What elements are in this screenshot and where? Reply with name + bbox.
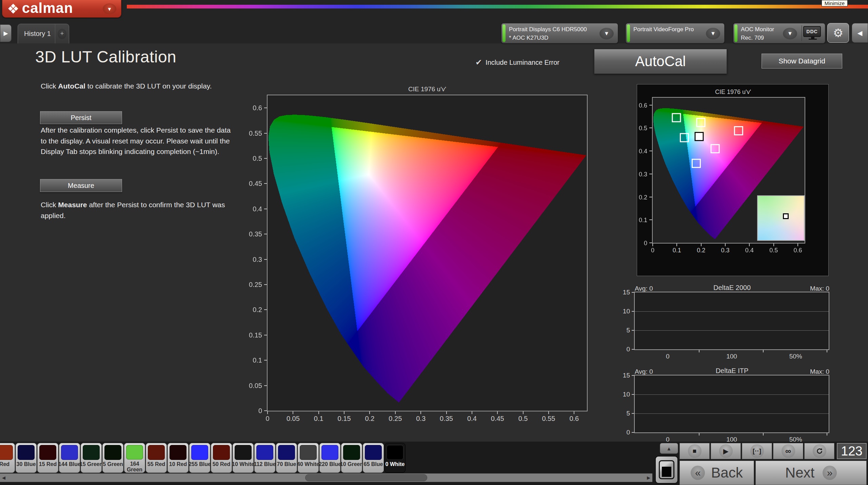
patch-tile[interactable]: 255 Blue (189, 443, 210, 473)
source-dropdown[interactable]: Portrait VideoForge Pro ▼ (626, 23, 725, 43)
patch-scrollbar-thumb[interactable] (305, 474, 427, 481)
patch-tile[interactable]: 0 White (384, 443, 406, 473)
patch-color-swatch (39, 445, 56, 460)
y-tick-label: 15 (623, 372, 630, 379)
patch-scroll-right-button[interactable]: ▶ (645, 473, 652, 482)
patch-tile[interactable]: 40 White (298, 443, 319, 473)
autocal-button[interactable]: AutoCal (594, 49, 727, 74)
patch-tile[interactable]: 15 Green (81, 443, 102, 473)
patch-label: 15 Red (39, 461, 57, 467)
loop-button[interactable] (804, 443, 834, 459)
y-tick-label: 0.5 (253, 155, 262, 162)
stop-button[interactable]: ■ (679, 443, 710, 459)
deltae-2000-chart: 051015010050% (634, 292, 829, 350)
include-luminance-checkbox[interactable]: ✔ Include Luminance Error (475, 58, 559, 67)
patch-label: 10 White (232, 461, 254, 467)
y-tick-label: 0.4 (639, 148, 647, 155)
patch-tile[interactable]: 112 Blue (254, 443, 275, 473)
x-axis-label: 100 (726, 353, 737, 360)
y-tick-label: 15 (623, 289, 630, 296)
patch-tile[interactable]: 70 Blue (276, 443, 297, 473)
minimize-tooltip: Minimize (822, 0, 848, 6)
next-button[interactable]: Next » (755, 461, 867, 485)
arrow-left-icon: ◀ (857, 29, 863, 37)
display-dropdown[interactable]: AOC Monitor Rec. 709 ▼ DDC (733, 23, 825, 43)
patch-tile[interactable]: 55 Red (146, 443, 167, 473)
workflow-expand-button[interactable]: ▶ (0, 24, 12, 42)
continuous-read-button[interactable]: ∞ (773, 443, 803, 459)
back-button[interactable]: « Back (679, 461, 754, 485)
patch-tile[interactable]: 220 Blue (319, 443, 340, 473)
panel-collapse-button[interactable]: ◀ (852, 23, 868, 43)
patch-tile[interactable]: 15 Red (37, 443, 58, 473)
settings-button[interactable]: ⚙ (827, 23, 849, 43)
x-tick-label: 0.3 (416, 415, 426, 423)
patch-tile[interactable]: 10 White (233, 443, 254, 473)
patch-color-swatch (321, 445, 338, 460)
patch-color-swatch (191, 445, 208, 460)
calman-menu-button[interactable]: ❖ calman ▼ (2, 0, 121, 18)
show-datagrid-button[interactable]: Show Datagrid (762, 54, 842, 69)
calman-logo-text: calman (22, 1, 73, 15)
patch-tile[interactable]: 10 Red (167, 443, 189, 473)
y-tick-label: 0.2 (639, 194, 647, 201)
chevron-down-icon[interactable]: ▼ (783, 28, 797, 39)
chevron-up-icon: ▲ (667, 446, 672, 451)
meter-name: Portrait Displays C6 HDR5000 (509, 25, 598, 34)
patch-label: 144 Blue (58, 461, 81, 467)
measurement-counter[interactable]: 123 (837, 443, 867, 459)
chevron-down-icon[interactable]: ▼ (103, 3, 116, 14)
play-button[interactable]: ▶ (711, 443, 741, 459)
x-tick-label: 0.1 (673, 247, 681, 254)
y-tick-label: 10 (623, 308, 630, 315)
patch-tile[interactable]: 164 Green (124, 443, 145, 473)
measured-cie-chart: 00.10.20.30.40.50.600.10.20.30.40.50.6 (652, 97, 805, 244)
patch-label: 55 Red (147, 461, 165, 467)
pattern-bar: Red 30 Blue 15 Red 144 Blue 15 Green 5 G… (0, 442, 868, 485)
display-colorspace: Rec. 709 (741, 34, 779, 42)
x-tick-label: 0.2 (365, 415, 375, 423)
step-pattern-button[interactable]: [··] (742, 443, 772, 459)
pattern-window-icon (659, 460, 674, 479)
y-tick-label: 5 (626, 410, 630, 417)
patch-tile[interactable]: 144 Blue (59, 443, 80, 473)
x-tick-label: 0.1 (314, 415, 323, 423)
y-tick-label: 0.05 (249, 382, 262, 390)
gear-icon: ⚙ (833, 26, 843, 40)
patch-tile[interactable]: 65 Blue (363, 443, 384, 473)
patch-scroll-left-button[interactable]: ◀ (0, 473, 7, 482)
y-tick-label: 0.3 (253, 256, 262, 264)
y-tick-label: 0.2 (253, 306, 262, 314)
header-bar: ❖ calman ▼ Minimize (0, 0, 868, 19)
play-icon: ▶ (723, 447, 728, 455)
y-tick-label: 0.6 (253, 104, 262, 112)
patch-tile[interactable]: Red (0, 443, 15, 473)
deltae-itp-max: Max: 0 (810, 368, 829, 375)
patch-tile[interactable]: 30 Blue (16, 443, 37, 473)
x-tick-label: 0.6 (569, 415, 579, 423)
rainbow-strip (127, 5, 868, 8)
meter-dropdown[interactable]: Portrait Displays C6 HDR5000 * AOC K27U3… (501, 23, 618, 43)
patch-label: 70 Blue (277, 461, 296, 467)
y-tick-label: 0 (626, 429, 630, 436)
chevron-down-icon[interactable]: ▼ (599, 28, 614, 39)
patch-tile[interactable]: 5 Green (102, 443, 123, 473)
page-title: 3D LUT Calibration (35, 47, 176, 66)
chevron-down-icon[interactable]: ▼ (706, 28, 720, 39)
patch-label: 164 Green (124, 461, 145, 473)
expand-patch-options-button[interactable]: ▲ (660, 443, 678, 454)
tab-history-1[interactable]: History 1 (18, 30, 55, 38)
patch-tile[interactable]: 50 Red (211, 443, 232, 473)
pattern-window-button[interactable] (655, 456, 678, 484)
patch-scrollbar[interactable] (7, 473, 645, 482)
ddc-monitor-icon[interactable]: DDC (803, 26, 822, 41)
y-tick-label: 0.55 (249, 130, 262, 137)
persist-button[interactable]: Persist (40, 111, 122, 124)
patch-label: Red (0, 461, 9, 467)
add-tab-button[interactable]: + (58, 29, 66, 39)
measure-button[interactable]: Measure (40, 179, 122, 192)
patch-label: 10 Green (340, 461, 363, 467)
patch-label: 65 Blue (364, 461, 383, 467)
patch-tile[interactable]: 10 Green (341, 443, 362, 473)
x-tick-label: 0.6 (794, 247, 802, 254)
